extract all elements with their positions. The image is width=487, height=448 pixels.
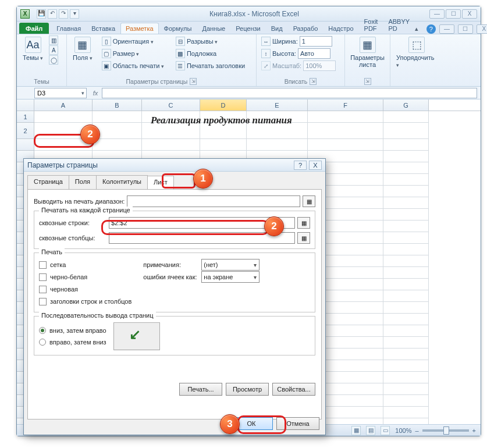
- dialog-tab-sheet[interactable]: Лист: [147, 176, 174, 190]
- col-header-f[interactable]: F: [308, 99, 383, 111]
- cell[interactable]: [93, 123, 142, 139]
- minimize-button[interactable]: —: [429, 9, 445, 19]
- cell[interactable]: [383, 209, 429, 221]
- scale-launcher-icon[interactable]: ⇲: [310, 78, 317, 85]
- dialog-tab-headerfooter[interactable]: Колонтитулы: [96, 175, 148, 189]
- cell[interactable]: [383, 151, 429, 162]
- cell[interactable]: [308, 139, 383, 151]
- tab-formulas[interactable]: Формулы: [159, 23, 197, 34]
- draft-checkbox[interactable]: черновая: [39, 283, 131, 295]
- select-all-corner[interactable]: [17, 99, 34, 111]
- cell[interactable]: [383, 186, 429, 197]
- cell[interactable]: [383, 123, 429, 139]
- cell[interactable]: [383, 255, 429, 267]
- col-header-e[interactable]: E: [247, 99, 308, 111]
- dialog-help-button[interactable]: ?: [294, 161, 307, 170]
- gridlines-checkbox[interactable]: сетка: [39, 259, 131, 271]
- tab-insert[interactable]: Вставка: [86, 23, 120, 34]
- arrange-button[interactable]: ⬚ Упорядочить: [394, 35, 439, 69]
- zoom-value[interactable]: 100%: [395, 427, 411, 434]
- tab-abbyy[interactable]: ABBYY PD: [383, 16, 415, 34]
- background-button[interactable]: ▩Подложка: [175, 48, 246, 59]
- preview-button[interactable]: Просмотр: [226, 383, 269, 396]
- properties-button[interactable]: Свойства...: [272, 383, 315, 396]
- print-button[interactable]: Печать...: [179, 383, 222, 396]
- width-control[interactable]: ↔Ширина: 1 страниц: [260, 35, 341, 47]
- redo-icon[interactable]: ↷: [59, 9, 68, 19]
- margins-button[interactable]: ▦ Поля: [70, 35, 95, 62]
- cell[interactable]: [383, 290, 429, 302]
- formula-input[interactable]: [102, 88, 477, 98]
- cell[interactable]: [383, 174, 429, 186]
- cell[interactable]: [93, 139, 142, 151]
- cell[interactable]: [383, 302, 429, 314]
- sheet-options-button[interactable]: ▦ Параметры листа: [349, 35, 386, 69]
- cell[interactable]: [383, 139, 429, 151]
- cell[interactable]: [247, 139, 308, 151]
- cell[interactable]: [93, 111, 142, 123]
- cell[interactable]: [383, 314, 429, 325]
- cell[interactable]: [383, 395, 429, 407]
- ribbon-minimize-icon[interactable]: ▴: [415, 25, 423, 33]
- tab-developer[interactable]: Разрабо: [288, 23, 324, 34]
- theme-colors-icon[interactable]: ▥: [49, 35, 58, 45]
- cell[interactable]: [383, 197, 429, 209]
- comments-select[interactable]: (нет): [201, 259, 260, 271]
- help-icon[interactable]: ?: [426, 24, 436, 34]
- view-break-icon[interactable]: ▭: [381, 426, 390, 435]
- fx-icon[interactable]: fx: [89, 90, 102, 97]
- view-layout-icon[interactable]: ▤: [366, 426, 375, 435]
- themes-button[interactable]: Aa Темы: [20, 35, 45, 62]
- tab-data[interactable]: Данные: [197, 23, 230, 34]
- cell[interactable]: [308, 123, 383, 139]
- bw-checkbox[interactable]: черно-белая: [39, 271, 131, 283]
- cell[interactable]: [383, 418, 429, 424]
- workbook-minimize-button[interactable]: —: [439, 24, 454, 34]
- zoom-out-button[interactable]: –: [415, 427, 418, 434]
- cols-picker-icon[interactable]: ▦: [297, 232, 310, 244]
- order-right-radio[interactable]: вправо, затем вниз: [39, 336, 106, 348]
- dialog-tab-margins[interactable]: Поля: [69, 175, 97, 189]
- tab-foxit[interactable]: Foxit PDF: [359, 16, 383, 34]
- col-header-d[interactable]: D: [200, 99, 247, 111]
- workbook-close-button[interactable]: X: [477, 24, 487, 34]
- undo-icon[interactable]: ↶: [48, 9, 57, 19]
- save-icon[interactable]: 💾: [37, 9, 46, 19]
- cell[interactable]: [383, 267, 429, 279]
- errors-select[interactable]: на экране: [201, 271, 260, 283]
- cell[interactable]: [383, 279, 429, 290]
- col-header-g[interactable]: G: [383, 99, 429, 111]
- cols-to-repeat-input[interactable]: [109, 232, 295, 244]
- cancel-button[interactable]: Отмена: [276, 417, 319, 430]
- name-box[interactable]: D3: [34, 88, 87, 98]
- cell[interactable]: [383, 360, 429, 372]
- col-header-c[interactable]: C: [142, 99, 200, 111]
- cell[interactable]: [383, 162, 429, 174]
- cell[interactable]: [383, 325, 429, 337]
- cell[interactable]: [383, 372, 429, 383]
- height-control[interactable]: ↕Высота: Авто: [260, 48, 341, 59]
- cell[interactable]: [383, 221, 429, 232]
- cell[interactable]: [308, 111, 383, 123]
- col-header-a[interactable]: A: [34, 99, 93, 111]
- tab-addins[interactable]: Надстро: [323, 23, 358, 34]
- theme-effects-icon[interactable]: ◯: [49, 55, 58, 65]
- tab-view[interactable]: Вид: [266, 23, 288, 34]
- cell[interactable]: [383, 244, 429, 255]
- print-range-input[interactable]: [127, 195, 300, 207]
- col-header-b[interactable]: B: [93, 99, 142, 111]
- print-area-button[interactable]: ▣Область печати: [101, 60, 165, 72]
- orientation-button[interactable]: ▯Ориентация: [101, 35, 165, 47]
- tab-home[interactable]: Главная: [51, 23, 86, 34]
- dialog-tab-page[interactable]: Страница: [27, 175, 69, 189]
- tab-page-layout[interactable]: Разметка: [120, 23, 159, 34]
- cell[interactable]: [383, 337, 429, 349]
- page-setup-launcher-icon[interactable]: ⇲: [190, 78, 197, 85]
- rows-picker-icon[interactable]: ▦: [297, 217, 310, 229]
- cell[interactable]: [383, 349, 429, 360]
- order-down-radio[interactable]: вниз, затем вправо: [39, 325, 106, 336]
- qat-dropdown-icon[interactable]: ▾: [70, 9, 79, 19]
- cell[interactable]: [383, 383, 429, 395]
- row-header[interactable]: 1: [17, 111, 34, 123]
- cell[interactable]: [200, 139, 247, 151]
